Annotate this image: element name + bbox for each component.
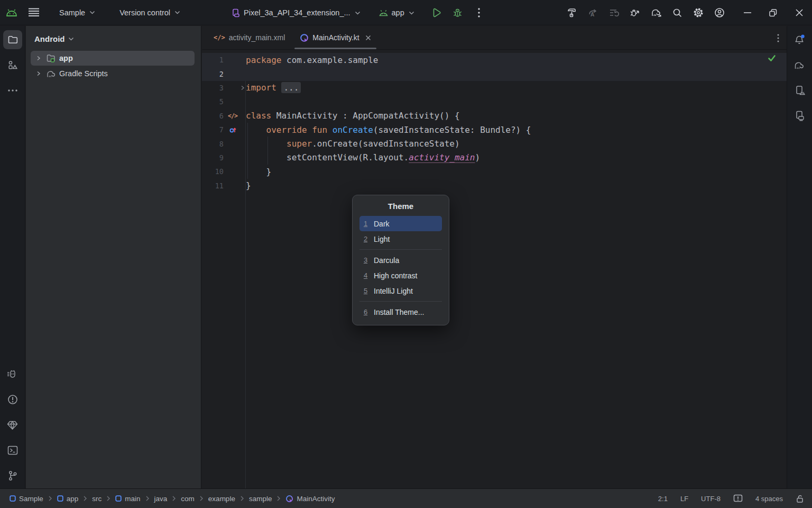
window-close-button[interactable] [786,0,812,25]
encoding-widget[interactable]: UTF-8 [701,495,721,503]
settings-button[interactable] [688,2,709,23]
running-devices-button[interactable] [790,106,809,125]
code-editor[interactable]: 1package com.example.sample23import ...5… [202,50,787,488]
code-text: super.onCreate(savedInstanceState) [246,139,460,149]
code-line-10[interactable]: 10 } [202,165,787,178]
breadcrumb-example[interactable]: example [208,495,235,503]
theme-option-install-theme-[interactable]: 6Install Theme... [359,304,442,320]
theme-option-dark[interactable]: 1Dark [359,216,442,231]
fold-toggle-icon[interactable] [239,85,246,90]
build-button[interactable] [561,2,582,23]
chevron-right-icon [48,496,52,501]
terminal-tool-button[interactable] [3,441,22,460]
chevron-down-icon [68,37,74,41]
code-line-8[interactable]: 8 super.onCreate(savedInstanceState) [202,137,787,150]
code-line-1[interactable]: 1package com.example.sample [202,53,787,67]
chevron-right-icon[interactable] [36,56,47,61]
breadcrumb-java[interactable]: java [154,495,168,503]
more-tool-windows-button[interactable] [3,81,22,100]
project-view-selector[interactable]: Android [26,26,201,51]
gradle-tool-button[interactable] [790,56,809,75]
app-quality-insights-tool-button[interactable] [3,415,22,434]
breadcrumb-com[interactable]: com [181,495,195,503]
apply-changes-button[interactable]: A [582,2,603,23]
gear-icon [693,7,704,18]
chevron-right-icon [199,496,204,501]
highlight-level-widget[interactable] [733,494,743,503]
version-control-tool-button[interactable] [3,466,22,485]
tab-mainactivity-kt[interactable]: MainActivity.kt [292,26,378,49]
rerun-tasks-button[interactable] [603,2,624,23]
window-restore-button[interactable] [760,0,786,25]
problems-tool-button[interactable] [3,390,22,409]
project-view-label: Android [34,34,65,43]
breadcrumb-src[interactable]: src [92,495,102,503]
caret-position-widget[interactable]: 2:1 [658,495,668,503]
gradle-elephant-icon [794,61,805,70]
window-minimize-button[interactable] [734,0,760,25]
left-tool-window-strip [0,26,25,488]
exclamation-circle-icon [7,394,18,405]
vcs-label: Version control [119,8,170,17]
run-play-icon [432,8,441,17]
breadcrumb-mainactivity[interactable]: MainActivity [285,495,335,503]
tree-item-app[interactable]: app [31,51,195,66]
logcat-tool-button[interactable] [3,365,22,384]
restore-icon [769,9,777,17]
account-button[interactable] [709,2,730,23]
code-line-3[interactable]: 3import ... [202,81,787,95]
vcs-widget-button[interactable]: Version control [114,4,186,22]
code-line-2[interactable]: 2 [202,67,787,80]
device-manager-button[interactable] [790,81,809,100]
code-line-5[interactable]: 5 [202,95,787,108]
breadcrumb-label: example [208,495,235,503]
editor-options-button[interactable] [777,26,779,50]
breadcrumb-main[interactable]: main [115,495,140,503]
theme-option-label: High contrast [374,271,417,280]
overriding-method-icon[interactable] [226,126,239,134]
code-line-6[interactable]: 6</>class MainActivity : AppCompatActivi… [202,109,787,123]
code-text: } [246,180,251,190]
indent-widget[interactable]: 4 spaces [755,495,783,503]
resource-manager-tool-button[interactable] [3,56,22,75]
breadcrumb-sample[interactable]: Sample [10,495,43,503]
running-devices-icon [795,111,805,121]
breadcrumb-label: main [125,495,140,503]
file-lock-widget[interactable] [796,494,805,503]
run-config-selector-button[interactable]: app [373,4,420,22]
code-line-7[interactable]: 7 override fun onCreate(savedInstanceSta… [202,123,787,137]
theme-option-darcula[interactable]: 3Darcula [359,252,442,268]
tab-activity-main-xml[interactable]: </> activity_main.xml [206,26,292,49]
search-everywhere-button[interactable] [667,2,688,23]
attach-debugger-button[interactable] [624,2,645,23]
tab-close-button[interactable] [365,35,371,41]
code-text: override fun onCreate(savedInstanceState… [246,125,531,135]
more-run-options-button[interactable] [468,2,490,23]
notifications-button[interactable] [790,30,809,49]
android-studio-logo-icon [0,9,23,16]
project-widget-button[interactable]: Sample [54,4,100,22]
chevron-right-icon [172,496,176,501]
breadcrumb-app[interactable]: app [57,495,79,503]
theme-option-light[interactable]: 2Light [359,231,442,247]
inspections-status-widget[interactable] [764,52,779,64]
main-menu-button[interactable] [23,2,44,23]
line-number: 3 [202,84,224,92]
debug-button[interactable] [447,2,468,23]
related-layout-icon[interactable]: </> [226,112,239,120]
breadcrumb-sample[interactable]: sample [249,495,272,503]
editor-area: </> activity_main.xml MainActivity.kt 1p… [202,26,787,488]
tree-item-gradle-scripts[interactable]: Gradle Scripts [31,66,195,81]
code-line-9[interactable]: 9 setContentView(R.layout.activity_main) [202,151,787,165]
theme-option-high-contrast[interactable]: 4High contrast [359,268,442,283]
indent-guide [267,137,268,165]
run-config-label: app [392,8,404,17]
gradle-sync-button[interactable] [645,2,667,23]
chevron-right-icon[interactable] [36,71,47,76]
theme-option-intellij-light[interactable]: 5IntelliJ Light [359,283,442,298]
code-line-11[interactable]: 11} [202,179,787,193]
run-button[interactable] [426,2,447,23]
device-selector-button[interactable]: Pixel_3a_API_34_extension_... [226,4,366,22]
project-tool-button[interactable] [3,30,22,49]
line-separator-widget[interactable]: LF [680,495,688,503]
